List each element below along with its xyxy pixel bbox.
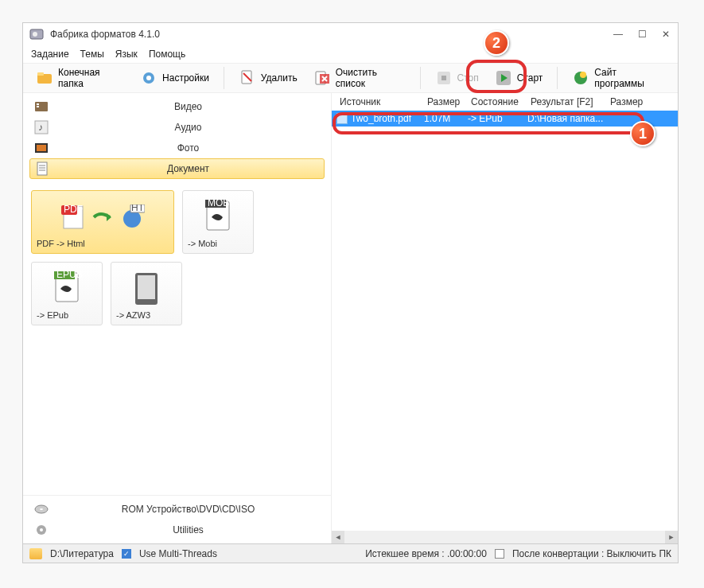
category-label: Фото xyxy=(56,142,320,154)
after-checkbox[interactable] xyxy=(495,549,504,559)
category-document[interactable]: Документ xyxy=(29,158,325,179)
start-label: Старт xyxy=(517,72,543,84)
start-icon xyxy=(495,69,512,87)
statusbar: D:\Литература ✓ Use Multi-Threads Истекш… xyxy=(23,543,678,563)
preset-illustration: EPUB xyxy=(37,267,97,310)
after-label: После конвертации : Выключить ПК xyxy=(512,548,671,559)
presets-panel: PDF HTML PDF -> Html MOBI -> Mobi EPUB xyxy=(23,182,331,495)
dest-folder-button[interactable]: Конечная папка xyxy=(31,64,129,92)
file-list: Two_broth.pdf 1.07M -> EPub D:\Новая пап… xyxy=(332,111,678,531)
stop-label: Стоп xyxy=(457,72,479,84)
svg-rect-17 xyxy=(37,106,39,107)
category-label: ROM Устройство\DVD\CD\ISO xyxy=(56,504,320,515)
svg-rect-22 xyxy=(37,162,47,175)
preset-label: -> EPub xyxy=(37,310,97,320)
toolbar: Конечная папка Настройки Удалить Очистит… xyxy=(23,63,678,93)
svg-text:EPUB: EPUB xyxy=(56,271,83,280)
col-state[interactable]: Состояние xyxy=(468,96,527,107)
site-button[interactable]: Сайт программы xyxy=(567,64,670,92)
category-label: Аудио xyxy=(56,122,320,133)
cell-result: D:\Новая папка... xyxy=(524,113,612,124)
settings-label: Настройки xyxy=(162,72,209,84)
multithreads-label: Use Multi-Threads xyxy=(139,548,217,559)
preset-illustration xyxy=(116,267,177,310)
menu-help[interactable]: Помощь xyxy=(149,49,185,60)
video-icon xyxy=(34,99,49,114)
start-button[interactable]: Старт xyxy=(490,67,548,89)
folder-icon xyxy=(36,69,53,87)
audio-icon: ♪ xyxy=(34,120,49,134)
window-controls: — ☐ ✕ xyxy=(613,29,671,40)
category-label: Документ xyxy=(57,163,319,174)
stop-button[interactable]: Стоп xyxy=(430,67,484,89)
category-label: Видео xyxy=(56,101,320,112)
horizontal-scrollbar[interactable]: ◄ ► xyxy=(332,531,678,543)
preset-mobi[interactable]: MOBI -> Mobi xyxy=(182,190,254,254)
menu-themes[interactable]: Темы xyxy=(80,49,104,60)
svg-point-41 xyxy=(40,508,43,510)
svg-point-14 xyxy=(580,72,586,78)
close-button[interactable]: ✕ xyxy=(660,29,671,40)
col-result[interactable]: Результат [F2] xyxy=(527,96,607,107)
svg-rect-16 xyxy=(37,103,39,105)
delete-label: Удалить xyxy=(261,72,298,84)
dest-folder-label: Конечная папка xyxy=(58,67,124,89)
svg-point-5 xyxy=(146,76,151,80)
menu-lang[interactable]: Язык xyxy=(115,49,138,60)
col-size2[interactable]: Размер xyxy=(607,96,651,107)
col-size[interactable]: Размер xyxy=(424,96,468,107)
svg-rect-3 xyxy=(37,72,44,76)
bottom-categories: ROM Устройство\DVD\CD\ISO Utilities xyxy=(23,495,331,543)
delete-button[interactable]: Удалить xyxy=(234,67,302,89)
separator xyxy=(420,67,421,89)
scroll-right-icon[interactable]: ► xyxy=(665,531,678,543)
svg-rect-39 xyxy=(138,275,155,299)
col-source[interactable]: Источник xyxy=(336,96,424,107)
category-photo[interactable]: Фото xyxy=(29,138,325,158)
category-rom[interactable]: ROM Устройство\DVD\CD\ISO xyxy=(29,499,325,520)
content: Видео ♪ Аудио Фото Документ xyxy=(23,93,678,543)
preset-label: PDF -> Html xyxy=(37,239,169,248)
preset-epub[interactable]: EPUB -> EPub xyxy=(31,262,103,325)
gear-icon xyxy=(140,69,158,87)
preset-azw3[interactable]: -> AZW3 xyxy=(111,262,182,325)
minimize-button[interactable]: — xyxy=(613,29,624,40)
separator xyxy=(224,67,224,89)
file-row[interactable]: Two_broth.pdf 1.07M -> EPub D:\Новая пап… xyxy=(332,111,678,127)
sidebar: Видео ♪ Аудио Фото Документ xyxy=(23,93,332,543)
window-title: Фабрика форматов 4.1.0 xyxy=(50,29,613,40)
app-icon xyxy=(29,27,44,41)
svg-text:♪: ♪ xyxy=(38,122,43,133)
file-icon xyxy=(336,113,348,124)
globe-icon xyxy=(572,69,589,87)
preset-label: -> AZW3 xyxy=(116,310,177,320)
preset-label: -> Mobi xyxy=(188,239,248,248)
site-label: Сайт программы xyxy=(594,67,665,89)
main-panel: Источник Размер Состояние Результат [F2]… xyxy=(332,93,678,543)
stop-icon xyxy=(435,69,453,87)
titlebar: Фабрика форматов 4.1.0 — ☐ ✕ xyxy=(23,23,678,45)
menubar: Задание Темы Язык Помощь xyxy=(23,45,678,63)
category-audio[interactable]: ♪ Аудио xyxy=(29,117,325,138)
menu-task[interactable]: Задание xyxy=(31,49,69,60)
svg-point-1 xyxy=(33,32,37,37)
clear-label: Очистить список xyxy=(336,67,406,89)
maximize-button[interactable]: ☐ xyxy=(636,29,648,40)
category-label: Utilities xyxy=(56,524,320,535)
photo-icon xyxy=(34,141,49,155)
status-path[interactable]: D:\Литература xyxy=(50,548,114,559)
multithreads-checkbox[interactable]: ✓ xyxy=(122,549,131,559)
elapsed-label: Истекшее время : .00:00:00 xyxy=(365,548,487,559)
category-video[interactable]: Видео xyxy=(29,96,325,117)
settings-button[interactable]: Настройки xyxy=(135,67,214,89)
disc-icon xyxy=(34,502,49,516)
preset-pdf-html[interactable]: PDF HTML PDF -> Html xyxy=(31,190,174,254)
svg-point-43 xyxy=(40,528,43,532)
clear-list-button[interactable]: Очистить список xyxy=(309,64,410,92)
cell-state: -> EPub xyxy=(465,113,524,124)
svg-rect-21 xyxy=(37,145,46,151)
svg-text:HTML: HTML xyxy=(131,204,145,213)
document-icon xyxy=(35,162,49,176)
category-utilities[interactable]: Utilities xyxy=(29,520,325,540)
scroll-left-icon[interactable]: ◄ xyxy=(332,531,344,543)
